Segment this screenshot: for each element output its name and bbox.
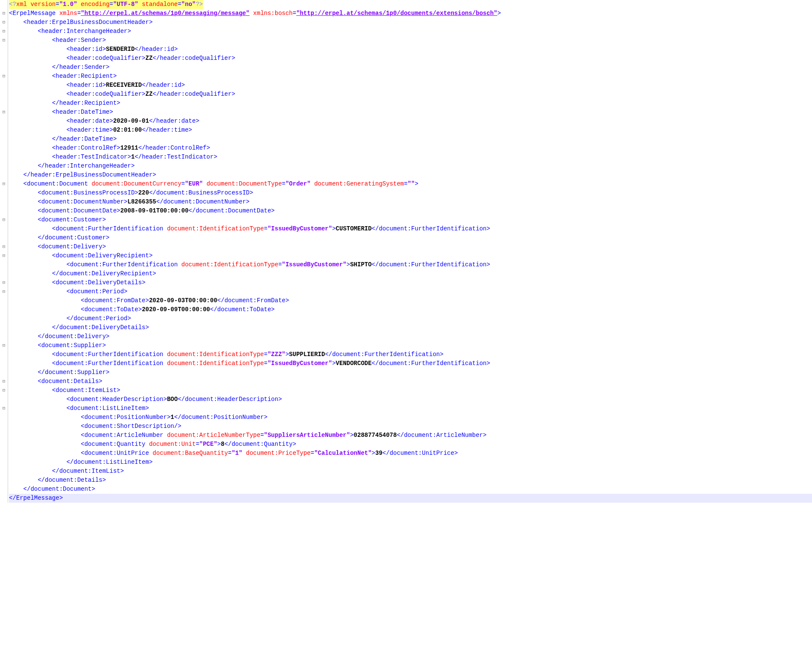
fold-marker [0, 90, 8, 99]
fold-marker [0, 206, 8, 215]
fold-marker [0, 81, 8, 90]
code-line[interactable]: <header:time>02:01:00</header:time> [9, 126, 812, 135]
fold-marker[interactable] [0, 27, 8, 36]
fold-marker [0, 332, 8, 341]
code-line[interactable]: <document:DeliveryDetails> [9, 278, 812, 287]
code-line[interactable]: <header:id>RECEIVERID</header:id> [9, 81, 812, 90]
fold-marker[interactable] [0, 386, 8, 395]
code-line[interactable]: </header:DateTime> [9, 135, 812, 144]
code-line[interactable]: <document:FurtherIdentification document… [9, 224, 812, 233]
code-line[interactable]: <document:DocumentDate>2008-09-01T00:00:… [9, 206, 812, 215]
code-line[interactable]: </document:DeliveryDetails> [9, 323, 812, 332]
code-line[interactable]: <document:FromDate>2020-09-03T00:00:00</… [9, 296, 812, 305]
code-line[interactable]: <document:HeaderDescription>BOO</documen… [9, 395, 812, 404]
code-line[interactable]: <document:FurtherIdentification document… [9, 260, 812, 269]
fold-marker [0, 117, 8, 126]
fold-marker [0, 260, 8, 269]
code-line[interactable]: <header:InterchangeHeader> [9, 27, 812, 36]
code-line[interactable]: </document:Supplier> [9, 368, 812, 377]
code-line[interactable]: <document:PositionNumber>1</document:Pos… [9, 413, 812, 422]
code-area[interactable]: <?xml version="1.0" encoding="UTF-8" sta… [8, 0, 812, 503]
code-line[interactable]: <document:ToDate>2020-09-09T00:00:00</do… [9, 305, 812, 314]
code-line[interactable]: <document:ShortDescription/> [9, 422, 812, 431]
code-line[interactable]: </document:Customer> [9, 233, 812, 242]
code-line[interactable]: <document:Document document:DocumentCurr… [9, 180, 812, 189]
fold-marker [0, 323, 8, 332]
code-line[interactable]: </header:InterchangeHeader> [9, 162, 812, 171]
fold-marker[interactable] [0, 18, 8, 27]
code-line[interactable]: <header:id>SENDERID</header:id> [9, 45, 812, 54]
code-line[interactable]: <header:ControlRef>12911</header:Control… [9, 144, 812, 153]
code-line[interactable]: <document:Quantity document:Unit="PCE">8… [9, 440, 812, 449]
code-line[interactable]: <header:ErpelBusinessDocumentHeader> [9, 18, 812, 27]
code-line[interactable]: <header:DateTime> [9, 108, 812, 117]
xml-editor: <?xml version="1.0" encoding="UTF-8" sta… [0, 0, 812, 503]
code-line[interactable]: </document:Period> [9, 314, 812, 323]
fold-gutter [0, 0, 8, 503]
code-line[interactable]: <document:ArticleNumber document:Article… [9, 431, 812, 440]
code-line[interactable]: </document:Document> [9, 485, 812, 494]
code-line[interactable]: </header:Sender> [9, 63, 812, 72]
fold-marker[interactable] [0, 242, 8, 251]
code-line[interactable]: </document:ListLineItem> [9, 458, 812, 467]
code-line[interactable]: <document:ListLineItem> [9, 404, 812, 413]
code-line[interactable]: <document:ItemList> [9, 386, 812, 395]
fold-marker[interactable] [0, 278, 8, 287]
fold-marker [0, 153, 8, 162]
code-line[interactable]: </document:ItemList> [9, 467, 812, 476]
code-line[interactable]: <document:DeliveryRecipient> [9, 251, 812, 260]
fold-marker[interactable] [0, 377, 8, 386]
code-line[interactable]: <document:Period> [9, 287, 812, 296]
fold-marker[interactable] [0, 180, 8, 189]
fold-marker[interactable] [0, 251, 8, 260]
fold-marker[interactable] [0, 287, 8, 296]
fold-marker[interactable] [0, 9, 8, 18]
fold-marker[interactable] [0, 108, 8, 117]
code-line[interactable]: <ErpelMessage xmlns="http://erpel.at/sch… [9, 9, 812, 18]
fold-marker[interactable] [0, 72, 8, 81]
code-line[interactable]: <header:date>2020-09-01</header:date> [9, 117, 812, 126]
code-line[interactable]: </document:Delivery> [9, 332, 812, 341]
fold-marker [0, 467, 8, 476]
code-line[interactable]: <document:Details> [9, 377, 812, 386]
fold-marker [0, 63, 8, 72]
fold-marker [0, 296, 8, 305]
fold-marker [0, 224, 8, 233]
code-line[interactable]: <header:Sender> [9, 36, 812, 45]
code-line[interactable]: </header:Recipient> [9, 99, 812, 108]
code-line[interactable]: <document:DocumentNumber>L8266355</docum… [9, 197, 812, 206]
fold-marker[interactable] [0, 215, 8, 224]
fold-marker [0, 350, 8, 359]
fold-marker [0, 368, 8, 377]
code-line[interactable]: </document:Details> [9, 476, 812, 485]
code-line[interactable]: <document:FurtherIdentification document… [9, 350, 812, 359]
code-line[interactable]: <document:Supplier> [9, 341, 812, 350]
fold-marker [0, 126, 8, 135]
code-line[interactable]: </header:ErpelBusinessDocumentHeader> [9, 171, 812, 180]
fold-marker [0, 54, 8, 63]
fold-marker [0, 440, 8, 449]
code-line[interactable]: <document:UnitPrice document:BaseQuantit… [9, 449, 812, 458]
code-line[interactable]: </ErpelMessage> [9, 494, 812, 503]
fold-marker[interactable] [0, 404, 8, 413]
code-line[interactable]: <document:Customer> [9, 215, 812, 224]
fold-marker [0, 99, 8, 108]
code-line[interactable]: <header:codeQualifier>ZZ</header:codeQua… [9, 90, 812, 99]
fold-marker [0, 359, 8, 368]
code-line[interactable]: <document:FurtherIdentification document… [9, 359, 812, 368]
code-line[interactable]: <header:codeQualifier>ZZ</header:codeQua… [9, 54, 812, 63]
code-line[interactable]: <?xml version="1.0" encoding="UTF-8" sta… [9, 0, 203, 9]
fold-marker [0, 162, 8, 171]
fold-marker [0, 485, 8, 494]
fold-marker[interactable] [0, 341, 8, 350]
fold-marker [0, 476, 8, 485]
fold-marker [0, 233, 8, 242]
fold-marker [0, 314, 8, 323]
code-line[interactable]: <document:BusinessProcessID>220</documen… [9, 189, 812, 197]
code-line[interactable]: </document:DeliveryRecipient> [9, 269, 812, 278]
code-line[interactable]: <header:TestIndicator>1</header:TestIndi… [9, 153, 812, 162]
code-line[interactable]: <document:Delivery> [9, 242, 812, 251]
fold-marker[interactable] [0, 36, 8, 45]
code-line[interactable]: <header:Recipient> [9, 72, 812, 81]
fold-marker [0, 197, 8, 206]
